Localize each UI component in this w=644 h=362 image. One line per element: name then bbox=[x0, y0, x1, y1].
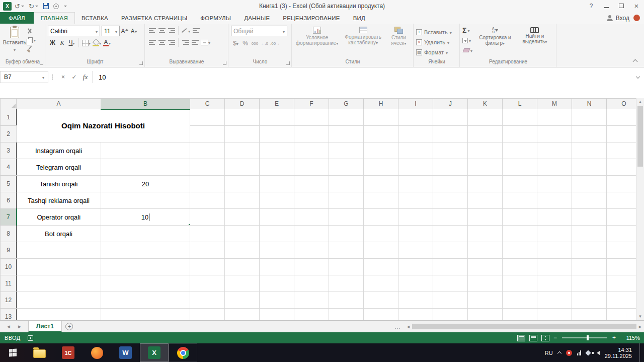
cell-G11[interactable] bbox=[329, 275, 364, 292]
cell-J11[interactable] bbox=[433, 275, 468, 292]
cell-B9[interactable] bbox=[101, 242, 190, 259]
cell-C2[interactable] bbox=[190, 126, 225, 142]
cell-K13[interactable] bbox=[468, 309, 503, 321]
cell-F5[interactable] bbox=[294, 176, 329, 192]
select-all-button[interactable] bbox=[1, 99, 17, 109]
cancel-entry-button[interactable]: × bbox=[58, 74, 68, 81]
paste-button[interactable]: Вставить bbox=[3, 26, 27, 58]
touch-mode-button[interactable] bbox=[52, 1, 60, 11]
cell-D8[interactable] bbox=[225, 226, 260, 242]
cell-L6[interactable] bbox=[503, 192, 537, 209]
cell-F3[interactable] bbox=[294, 142, 329, 159]
account-badge-icon[interactable] bbox=[633, 15, 640, 21]
cell-M7[interactable] bbox=[537, 209, 572, 226]
orientation-button[interactable] bbox=[181, 26, 191, 36]
cell-J10[interactable] bbox=[433, 259, 468, 275]
tab-home[interactable]: ГЛАВНАЯ bbox=[34, 12, 75, 24]
cell-I7[interactable] bbox=[398, 209, 433, 226]
cell-J2[interactable] bbox=[433, 126, 468, 142]
cell-A5[interactable]: Tanishi orqali bbox=[17, 176, 101, 192]
cell-I6[interactable] bbox=[398, 192, 433, 209]
cell-F13[interactable] bbox=[294, 309, 329, 321]
cell-A8[interactable]: Bot orqali bbox=[17, 226, 101, 242]
cell-K12[interactable] bbox=[468, 292, 503, 309]
cell-A6[interactable]: Tashqi reklama orqali bbox=[17, 192, 101, 209]
cell-I3[interactable] bbox=[398, 142, 433, 159]
cell-A10[interactable] bbox=[17, 259, 101, 275]
close-button[interactable]: × bbox=[629, 0, 644, 12]
cell-G1[interactable] bbox=[329, 109, 364, 126]
cell-B13[interactable] bbox=[101, 309, 190, 321]
cell-J7[interactable] bbox=[433, 209, 468, 226]
previous-sheet-button[interactable]: ◄ bbox=[6, 324, 11, 329]
cell-J8[interactable] bbox=[433, 226, 468, 242]
cell-A7[interactable]: Operator orqali bbox=[17, 209, 101, 226]
cell-L13[interactable] bbox=[503, 309, 537, 321]
align-top-button[interactable] bbox=[147, 26, 157, 36]
cell-C13[interactable] bbox=[190, 309, 225, 321]
view-normal-button[interactable] bbox=[517, 335, 525, 341]
cell-A9[interactable] bbox=[17, 242, 101, 259]
alignment-dialog-launcher-icon[interactable] bbox=[223, 61, 226, 65]
align-bottom-button[interactable] bbox=[167, 26, 176, 36]
cell-E6[interactable] bbox=[260, 192, 294, 209]
cell-E4[interactable] bbox=[260, 159, 294, 176]
column-header-F[interactable]: F bbox=[294, 99, 329, 109]
cell-L12[interactable] bbox=[503, 292, 537, 309]
cell-N1[interactable] bbox=[572, 109, 607, 126]
zoom-slider[interactable] bbox=[562, 337, 607, 338]
cell-C12[interactable] bbox=[190, 292, 225, 309]
comma-format-button[interactable]: 000 bbox=[250, 38, 260, 48]
cell-I13[interactable] bbox=[398, 309, 433, 321]
column-header-B[interactable]: B bbox=[101, 99, 190, 109]
cell-O10[interactable] bbox=[607, 259, 636, 275]
cell-G12[interactable] bbox=[329, 292, 364, 309]
cell-O1[interactable] bbox=[607, 109, 636, 126]
increase-font-button[interactable]: А bbox=[120, 26, 129, 36]
row-header-3[interactable]: 3 bbox=[1, 142, 17, 159]
undo-button[interactable]: ↺ bbox=[13, 1, 26, 11]
cell-I10[interactable] bbox=[398, 259, 433, 275]
row-header-2[interactable]: 2 bbox=[1, 126, 17, 142]
cell-L8[interactable] bbox=[503, 226, 537, 242]
network-icon[interactable] bbox=[577, 350, 581, 355]
cell-N8[interactable] bbox=[572, 226, 607, 242]
column-header-O[interactable]: O bbox=[607, 99, 636, 109]
cell-C5[interactable] bbox=[190, 176, 225, 192]
cell-L9[interactable] bbox=[503, 242, 537, 259]
cell-K11[interactable] bbox=[468, 275, 503, 292]
cell-N6[interactable] bbox=[572, 192, 607, 209]
cell-M3[interactable] bbox=[537, 142, 572, 159]
cell-O5[interactable] bbox=[607, 176, 636, 192]
cut-button[interactable] bbox=[27, 27, 36, 34]
align-middle-button[interactable] bbox=[157, 26, 167, 36]
formula-input[interactable]: 10 bbox=[93, 71, 632, 83]
cell-M12[interactable] bbox=[537, 292, 572, 309]
name-box[interactable]: B7 bbox=[0, 71, 48, 83]
cell-E13[interactable] bbox=[260, 309, 294, 321]
taskbar-app[interactable] bbox=[83, 343, 111, 362]
find-select-button[interactable]: Найти и выделить bbox=[516, 26, 554, 58]
underline-button[interactable]: Ч bbox=[67, 38, 76, 48]
font-color-button[interactable]: А bbox=[102, 38, 112, 48]
cell-O9[interactable] bbox=[607, 242, 636, 259]
cell-H11[interactable] bbox=[364, 275, 398, 292]
borders-button[interactable] bbox=[81, 38, 92, 48]
font-size-select[interactable]: 11 bbox=[102, 26, 120, 36]
cell-J6[interactable] bbox=[433, 192, 468, 209]
copy-button[interactable] bbox=[27, 36, 36, 43]
cell-H2[interactable] bbox=[364, 126, 398, 142]
formula-bar-resize-handle[interactable] bbox=[48, 71, 56, 83]
cell-G6[interactable] bbox=[329, 192, 364, 209]
cell-C8[interactable] bbox=[190, 226, 225, 242]
row-header-4[interactable]: 4 bbox=[1, 159, 17, 176]
cell-N2[interactable] bbox=[572, 126, 607, 142]
align-center-button[interactable] bbox=[157, 37, 167, 47]
cell-O13[interactable] bbox=[607, 309, 636, 321]
row-header-1[interactable]: 1 bbox=[1, 109, 17, 126]
cell-D6[interactable] bbox=[225, 192, 260, 209]
row-header-11[interactable]: 11 bbox=[1, 275, 17, 292]
qat-customize-button[interactable] bbox=[62, 1, 68, 11]
cell-E12[interactable] bbox=[260, 292, 294, 309]
font-family-select[interactable]: Calibri bbox=[48, 26, 100, 36]
